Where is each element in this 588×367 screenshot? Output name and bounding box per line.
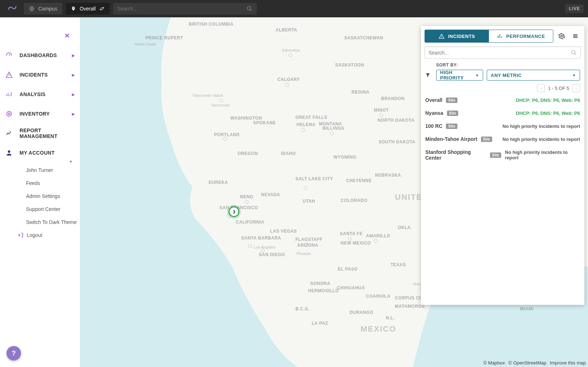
sidebar-item-label: ANALYSIS (20, 91, 72, 97)
chevron-right-icon: ▶ (72, 112, 75, 116)
trend-icon (5, 129, 13, 137)
account-sub-feeds[interactable]: Feeds (26, 177, 80, 190)
search-icon (571, 50, 577, 56)
close-sidebar[interactable]: ✕ (64, 32, 70, 40)
gear-button[interactable] (556, 31, 567, 42)
warning-icon (439, 33, 444, 39)
warning-icon (5, 71, 13, 79)
list-row[interactable]: Overall Site DHCP: P6, DNS: P6, Web: P6 (425, 95, 580, 105)
sort-priority-dropdown[interactable]: HIGH PRIORITY ▼ (436, 70, 483, 81)
map-cluster[interactable]: 3 (229, 206, 239, 217)
account-sub-switch-theme[interactable]: Switch To Dark Theme (26, 216, 80, 229)
pin-icon (71, 6, 76, 11)
map-poi (379, 113, 383, 117)
filter-icon[interactable] (425, 73, 433, 78)
site-badge: Site (446, 98, 457, 103)
sidebar-item-label: DASHBOARDS (20, 52, 72, 58)
panel-search[interactable] (425, 47, 581, 59)
map-poi (374, 239, 378, 243)
topbar: Campus Overall LIVE (0, 0, 588, 17)
account-sub-logout[interactable]: Logout (18, 229, 80, 242)
row-status: No high priority incidents to report (503, 137, 580, 142)
map-attribution: © Mapbox © OpenStreetMap Improve this ma… (481, 360, 586, 366)
map-poi (348, 237, 351, 241)
gauge-icon (5, 51, 13, 59)
chevron-right-icon: ▶ (72, 53, 75, 57)
sidebar-item-incidents[interactable]: INCIDENTS ▶ (0, 65, 80, 85)
pager-next[interactable]: › (572, 84, 580, 92)
tab-label: PERFORMANCE (506, 34, 545, 39)
tab-label: INCIDENTS (448, 34, 475, 39)
row-name: Minden-Tahoe Airport (425, 136, 477, 142)
tab-incidents[interactable]: INCIDENTS (425, 30, 489, 42)
account-sub-support-center[interactable]: Support Center (26, 203, 80, 216)
chevron-down-icon: ▼ (476, 73, 479, 77)
row-name: Overall (425, 97, 442, 103)
site-badge: Site (490, 152, 502, 158)
sidebar-item-dashboards[interactable]: DASHBOARDS ▶ (0, 46, 80, 65)
top-search-input[interactable] (118, 6, 247, 12)
sidebar-item-report-management[interactable]: REPORT MANAGEMENT (0, 124, 80, 143)
live-badge[interactable]: LIVE (565, 4, 584, 13)
row-status: DHCP: P6, DNS: P6, Web: P6 (516, 111, 580, 116)
logout-label: Logout (27, 232, 42, 238)
chevron-down-icon: ▼ (69, 160, 73, 164)
chevron-right-icon: ▶ (72, 73, 75, 77)
sidebar-item-analysis[interactable]: ANALYSIS ▶ (0, 85, 80, 104)
row-name: Nyansa (425, 110, 443, 116)
row-status: No high priority incidents to report (505, 150, 580, 160)
campus-selector[interactable]: Campus (24, 3, 62, 14)
dropdown-label: ANY METRIC (491, 73, 522, 78)
sort-metric-dropdown[interactable]: ANY METRIC ▼ (487, 70, 580, 81)
sidebar-item-inventory[interactable]: INVENTORY ▶ (0, 104, 80, 124)
map-poi (220, 99, 223, 102)
app-logo[interactable] (4, 0, 20, 17)
list-row[interactable]: Stanford Shopping Center Site No high pr… (425, 147, 580, 163)
account-sub-admin-settings[interactable]: Admin Settings (26, 190, 80, 203)
question-icon: ? (12, 350, 16, 357)
incidents-panel: INCIDENTS PERFORMANCE SORT BY: HIGH PRIO (421, 26, 584, 305)
attrib-mapbox[interactable]: © Mapbox (483, 360, 505, 366)
map-poi (245, 200, 248, 204)
map-poi (289, 53, 292, 57)
list-row[interactable]: Nyansa Site DHCP: P6, DNS: P6, Web: P6 (425, 108, 580, 118)
svg-point-1 (247, 7, 251, 10)
bars-icon (497, 33, 503, 39)
map-poi (302, 128, 305, 132)
row-name: 100 RC (425, 123, 442, 129)
list-row[interactable]: Minden-Tahoe Airport Site No high priori… (425, 134, 580, 144)
globe-icon (29, 6, 35, 12)
map-poi (248, 244, 252, 248)
sort-by-label: SORT BY: (436, 62, 580, 68)
dropdown-label: HIGH PRIORITY (440, 70, 476, 81)
user-icon (5, 149, 13, 157)
incidents-list: Overall Site DHCP: P6, DNS: P6, Web: P6 … (421, 95, 584, 163)
pager-prev[interactable]: ‹ (537, 84, 545, 92)
top-search[interactable] (113, 3, 257, 14)
panel-search-input[interactable] (429, 50, 571, 56)
account-sub-user[interactable]: John Turner (26, 164, 80, 177)
swap-icon (99, 6, 105, 11)
attrib-improve[interactable]: Improve this map (550, 360, 586, 366)
menu-button[interactable] (570, 31, 581, 42)
map-poi (330, 131, 333, 135)
svg-point-3 (8, 113, 10, 115)
panel-tabs: INCIDENTS PERFORMANCE (425, 30, 553, 43)
sidebar-item-label: REPORT MANAGEMENT (20, 128, 75, 139)
target-icon (5, 110, 13, 118)
list-row[interactable]: 100 RC Site No high priority incidents t… (425, 121, 580, 131)
site-badge: Site (447, 111, 459, 116)
overall-selector[interactable]: Overall (66, 3, 109, 14)
search-icon (247, 6, 252, 12)
analysis-icon (5, 90, 13, 98)
svg-point-6 (561, 35, 563, 37)
logout-icon (18, 232, 24, 238)
svg-point-4 (8, 150, 10, 153)
row-status: No high priority incidents to report (503, 124, 580, 129)
sidebar-item-label: INCIDENTS (20, 72, 72, 78)
attrib-osm[interactable]: © OpenStreetMap (508, 360, 546, 366)
site-badge: Site (446, 124, 457, 129)
help-button[interactable]: ? (7, 346, 21, 360)
row-name: Stanford Shopping Center (425, 149, 486, 161)
tab-performance[interactable]: PERFORMANCE (489, 30, 553, 42)
